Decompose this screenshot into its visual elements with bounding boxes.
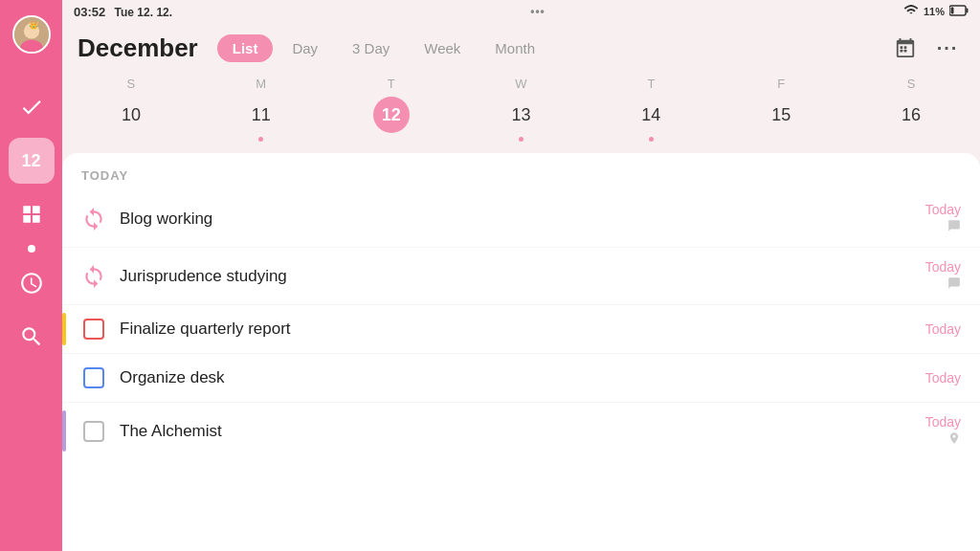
- wifi-icon: [903, 5, 919, 18]
- day-number-today: 12: [373, 97, 410, 133]
- week-day-sun10[interactable]: S 10: [66, 73, 196, 145]
- day-label: F: [777, 77, 785, 91]
- sidebar-item-dot[interactable]: [28, 245, 35, 253]
- status-date: Tue 12. 12.: [115, 6, 172, 19]
- checkbox-blue: [83, 367, 104, 388]
- week-day-thu14[interactable]: T 14: [586, 73, 716, 145]
- priority-indicator-purple: [62, 410, 66, 452]
- section-header-today: TODAY: [62, 168, 980, 190]
- day-label: T: [647, 77, 655, 91]
- day-label: M: [256, 77, 266, 91]
- task-name-report: Finalize quarterly report: [120, 320, 912, 339]
- checkbox-gray: [83, 421, 104, 442]
- view-tabs: List Day 3 Day Week Month: [217, 34, 880, 62]
- svg-rect-10: [904, 50, 907, 53]
- day-dot: [389, 137, 393, 142]
- day-dot: [909, 137, 914, 142]
- svg-text:👑: 👑: [29, 20, 39, 31]
- status-time: 03:52: [74, 5, 105, 19]
- day-dot: [128, 137, 133, 142]
- comment-icon-blog: [947, 219, 961, 235]
- svg-rect-7: [901, 46, 903, 49]
- avatar-wrapper[interactable]: 👑: [12, 8, 51, 73]
- checkbox-red: [83, 319, 104, 340]
- task-item-blog[interactable]: Blog working Today: [62, 190, 980, 248]
- tab-threeday[interactable]: 3 Day: [337, 34, 405, 62]
- status-right: 11%: [903, 5, 969, 18]
- battery-icon: [949, 5, 969, 18]
- week-navigation: S 10 M 11 T 12 W 13 T 14 F 15: [62, 73, 980, 153]
- svg-rect-8: [904, 46, 907, 49]
- day-dot: [258, 137, 263, 142]
- sidebar: 👑 12: [0, 0, 62, 551]
- battery-level: 11%: [924, 6, 945, 17]
- tab-list[interactable]: List: [217, 34, 274, 62]
- week-day-sat16[interactable]: S 16: [846, 73, 976, 145]
- day-dot: [649, 137, 654, 142]
- task-meta-alchemist: Today: [925, 414, 961, 448]
- priority-indicator-yellow: [62, 313, 66, 345]
- task-date-alchemist: Today: [925, 414, 961, 430]
- status-bar: 03:52 Tue 12. 12. ••• 11%: [62, 0, 980, 23]
- day-label: S: [127, 77, 136, 91]
- task-meta-blog: Today: [925, 202, 961, 235]
- task-item-jurisprudence[interactable]: Jurisprudence studying Today: [62, 248, 980, 305]
- day-number: 14: [633, 97, 669, 133]
- page-title: December: [78, 33, 198, 63]
- task-date-desk: Today: [925, 370, 961, 386]
- calendar-date-badge: 12: [9, 138, 55, 184]
- avatar[interactable]: 👑: [12, 15, 51, 54]
- tab-day[interactable]: Day: [277, 34, 333, 62]
- day-number: 11: [243, 97, 279, 133]
- location-icon-alchemist: [947, 431, 961, 448]
- task-date-jurisprudence: Today: [925, 259, 961, 275]
- sidebar-item-check[interactable]: [9, 84, 55, 130]
- more-options-button[interactable]: ···: [930, 31, 965, 65]
- day-label: W: [515, 77, 526, 91]
- task-meta-desk: Today: [925, 370, 961, 386]
- header: December List Day 3 Day Week Month ···: [62, 23, 980, 73]
- task-name-alchemist: The Alchemist: [120, 422, 912, 441]
- day-number: 13: [503, 97, 540, 133]
- week-day-tue12[interactable]: T 12: [326, 73, 457, 145]
- task-meta-report: Today: [925, 321, 961, 337]
- sidebar-item-search[interactable]: [9, 314, 55, 360]
- status-left: 03:52 Tue 12. 12.: [74, 5, 172, 19]
- task-icon-checkbox-gray: [81, 419, 106, 444]
- task-name-desk: Organize desk: [120, 368, 912, 387]
- task-icon-checkbox-blue: [81, 365, 106, 390]
- day-dot: [519, 137, 523, 142]
- svg-rect-5: [967, 9, 969, 13]
- main-content: 03:52 Tue 12. 12. ••• 11% December List …: [62, 0, 980, 551]
- sidebar-item-apps[interactable]: [9, 191, 55, 237]
- svg-rect-9: [901, 50, 903, 53]
- tab-week[interactable]: Week: [409, 34, 476, 62]
- task-item-alchemist[interactable]: The Alchemist Today: [62, 403, 980, 459]
- task-name-jurisprudence: Jurisprudence studying: [120, 267, 912, 286]
- calendar-view-button[interactable]: [888, 31, 923, 65]
- comment-icon-juris: [947, 276, 961, 293]
- task-icon-repeat2: [81, 264, 106, 289]
- day-dot: [779, 137, 784, 142]
- week-day-mon11[interactable]: M 11: [196, 73, 326, 145]
- day-number: 15: [763, 97, 799, 133]
- task-icon-checkbox-red: [81, 317, 106, 342]
- task-list-container: TODAY Blog working Today: [62, 153, 980, 551]
- sidebar-item-calendar[interactable]: 12: [9, 138, 55, 184]
- task-date-report: Today: [925, 321, 961, 337]
- tab-month[interactable]: Month: [479, 34, 550, 62]
- task-item-report[interactable]: Finalize quarterly report Today: [62, 305, 980, 354]
- task-date-blog: Today: [925, 202, 961, 217]
- day-number: 16: [893, 97, 929, 133]
- sidebar-item-clock[interactable]: [9, 260, 55, 306]
- task-name-blog: Blog working: [120, 209, 912, 229]
- week-day-fri15[interactable]: F 15: [716, 73, 846, 145]
- status-center-dots: •••: [530, 5, 546, 18]
- task-meta-jurisprudence: Today: [925, 259, 961, 293]
- day-label: T: [388, 77, 395, 91]
- task-item-desk[interactable]: Organize desk Today: [62, 354, 980, 403]
- svg-rect-6: [951, 8, 954, 14]
- week-day-wed13[interactable]: W 13: [457, 73, 587, 145]
- header-icons: ···: [888, 31, 965, 65]
- task-icon-repeat: [81, 207, 106, 231]
